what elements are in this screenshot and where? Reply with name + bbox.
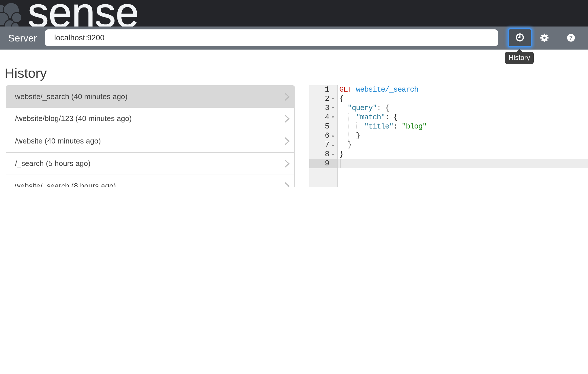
svg-text:?: ? <box>569 35 573 41</box>
